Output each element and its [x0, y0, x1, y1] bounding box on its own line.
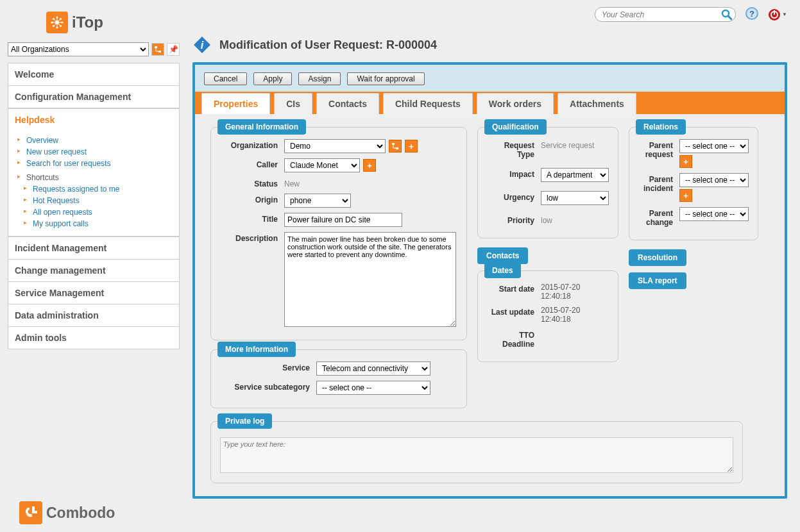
start-date-label: Start date — [487, 283, 541, 294]
private-log-group: Private log — [210, 421, 743, 483]
chevron-down-icon: ▼ — [782, 12, 787, 17]
origin-select[interactable]: phone — [284, 194, 351, 208]
nav-config-mgmt[interactable]: Configuration Management — [8, 85, 179, 108]
nav-incident-mgmt[interactable]: Incident Management — [8, 237, 179, 259]
relations-group: Relations Parent request -- select one -… — [629, 127, 758, 240]
sla-report-pill[interactable]: SLA report — [629, 272, 686, 289]
org-tree-icon[interactable] — [151, 43, 164, 56]
nav-admin-tools[interactable]: Admin tools — [8, 326, 179, 349]
title-input[interactable] — [284, 213, 402, 227]
urgency-label: Urgency — [487, 191, 541, 202]
nav-shortcut-open[interactable]: All open requests — [26, 206, 179, 218]
power-menu-icon[interactable]: ▼ — [768, 8, 787, 21]
title-label: Title — [220, 213, 284, 224]
caller-select[interactable]: Claude Monet — [284, 158, 360, 172]
nav-shortcut-hot[interactable]: Hot Requests — [26, 195, 179, 206]
parent-incident-label: Parent incident — [638, 173, 679, 193]
relations-legend: Relations — [636, 119, 686, 135]
brand-text: iTop — [72, 13, 103, 31]
nav-welcome[interactable]: Welcome — [8, 63, 179, 85]
status-value: New — [284, 178, 300, 188]
search-box — [595, 7, 736, 22]
urgency-select[interactable]: low — [541, 191, 609, 205]
parent-change-label: Parent change — [638, 207, 679, 227]
svg-rect-10 — [158, 51, 161, 53]
organization-label: Organization — [220, 139, 284, 150]
dates-legend: Dates — [484, 263, 521, 278]
tab-attachments[interactable]: Attachments — [557, 93, 636, 114]
page-title: Modification of User Request: R-000004 — [219, 38, 437, 52]
tto-deadline-label: TTO Deadline — [487, 329, 541, 349]
wait-approval-button[interactable]: Wait for approval — [347, 72, 424, 85]
svg-rect-9 — [155, 46, 157, 48]
parent-request-select[interactable]: -- select one -- — [679, 139, 749, 153]
svg-text:i: i — [201, 40, 204, 51]
request-type-label: Request Type — [487, 139, 541, 159]
nav-shortcut-my-calls[interactable]: My support calls — [26, 218, 179, 229]
tab-child-requests[interactable]: Child Requests — [383, 93, 473, 114]
help-icon[interactable]: ? — [745, 6, 759, 22]
contacts-pill[interactable]: Contacts — [477, 247, 528, 264]
nav-shortcut-assigned[interactable]: Requests assigned to me — [26, 183, 179, 195]
info-icon: i — [192, 35, 212, 54]
tab-work-orders[interactable]: Work orders — [477, 93, 554, 114]
description-textarea[interactable] — [284, 232, 456, 327]
svg-rect-19 — [392, 143, 395, 145]
org-tree-button[interactable] — [389, 140, 402, 153]
parent-request-label: Parent request — [638, 139, 679, 159]
impact-select[interactable]: A department — [541, 168, 609, 182]
org-select[interactable]: All Organizations — [8, 42, 149, 56]
origin-label: Origin — [220, 194, 284, 204]
search-input[interactable] — [602, 10, 720, 19]
logo-icon — [46, 12, 68, 33]
assign-button[interactable]: Assign — [298, 72, 341, 85]
nav-data-admin[interactable]: Data administration — [8, 304, 179, 326]
nav-service-mgmt[interactable]: Service Management — [8, 281, 179, 304]
main-panel: Cancel Apply Assign Wait for approval Pr… — [192, 62, 787, 499]
brand-logo: iTop — [46, 12, 180, 33]
private-log-legend: Private log — [217, 413, 272, 429]
service-subcategory-label: Service subcategory — [220, 381, 316, 392]
parent-request-add-button[interactable]: + — [679, 155, 692, 168]
general-info-legend: General Information — [217, 119, 306, 135]
cancel-button[interactable]: Cancel — [204, 72, 247, 85]
footer-brand: Combodo — [19, 501, 115, 524]
more-info-legend: More Information — [217, 342, 296, 357]
svg-rect-17 — [774, 10, 775, 15]
nav-helpdesk-search[interactable]: Search for user requests — [26, 158, 179, 169]
footer-logo-icon — [19, 501, 42, 524]
org-add-button[interactable]: + — [405, 140, 418, 153]
nav-shortcuts-label: Shortcuts — [26, 169, 179, 183]
more-info-group: More Information Service Telecom and con… — [210, 349, 467, 408]
last-update-value: 2015-07-20 12:40:18 — [541, 306, 609, 324]
parent-incident-select[interactable]: -- select one -- — [679, 173, 749, 187]
caller-label: Caller — [220, 158, 284, 169]
svg-text:?: ? — [749, 9, 754, 19]
apply-button[interactable]: Apply — [253, 72, 292, 85]
tab-contacts[interactable]: Contacts — [316, 93, 379, 114]
description-label: Description — [220, 232, 284, 243]
resolution-pill[interactable]: Resolution — [629, 249, 686, 266]
nav-helpdesk-new-request[interactable]: New user request — [26, 146, 179, 158]
service-subcategory-select[interactable]: -- select one -- — [316, 381, 430, 395]
tab-cis[interactable]: CIs — [274, 93, 312, 114]
last-update-label: Last update — [487, 306, 541, 317]
caller-add-button[interactable]: + — [363, 159, 376, 172]
svg-rect-20 — [396, 147, 398, 149]
tab-properties[interactable]: Properties — [201, 93, 270, 114]
search-icon[interactable] — [720, 6, 734, 23]
service-select[interactable]: Telecom and connectivity — [316, 362, 430, 376]
organization-select[interactable]: Demo — [284, 139, 386, 153]
nav-helpdesk[interactable]: Helpdesk — [8, 109, 179, 131]
request-type-value: Service request — [541, 139, 594, 150]
pin-icon[interactable]: 📌 — [167, 43, 180, 56]
parent-incident-add-button[interactable]: + — [679, 189, 692, 202]
parent-change-select[interactable]: -- select one -- — [679, 207, 749, 221]
nav-change-mgmt[interactable]: Change management — [8, 259, 179, 281]
dates-group: Dates Start date 2015-07-20 12:40:18 Las… — [477, 270, 618, 362]
footer-brand-text: Combodo — [46, 504, 115, 522]
tab-strip: Properties CIs Contacts Child Requests W… — [195, 92, 785, 114]
service-label: Service — [220, 362, 316, 372]
nav-helpdesk-overview[interactable]: Overview — [26, 135, 179, 146]
private-log-textarea[interactable] — [220, 437, 733, 473]
